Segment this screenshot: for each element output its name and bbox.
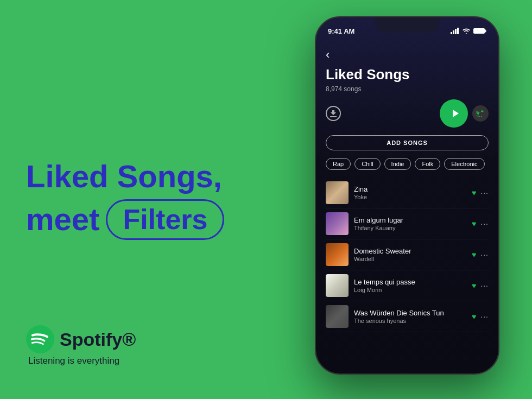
- song-info-2: Em algum lugar Thifany Kauany: [354, 216, 466, 231]
- filter-electronic[interactable]: Electronic: [444, 158, 484, 170]
- more-icon-4[interactable]: ···: [480, 281, 489, 290]
- svg-rect-5: [473, 28, 485, 34]
- controls-row: [326, 99, 489, 128]
- song-title-2: Em algum lugar: [354, 216, 466, 224]
- spotify-logo-row: Spotify®: [26, 325, 136, 353]
- song-artwork-2: [326, 212, 349, 235]
- song-title-1: Zina: [354, 185, 466, 193]
- song-artist-1: Yoke: [354, 194, 466, 200]
- back-button[interactable]: ‹: [326, 48, 489, 62]
- filter-chill[interactable]: Chill: [354, 158, 380, 170]
- status-time: 9:41 AM: [328, 24, 354, 35]
- wifi-icon: [462, 28, 471, 34]
- heart-icon-3[interactable]: ♥: [472, 250, 476, 259]
- song-actions-1: ♥ ···: [472, 188, 489, 197]
- song-actions-5: ♥ ···: [472, 312, 489, 321]
- svg-rect-3: [455, 29, 457, 34]
- song-actions-2: ♥ ···: [472, 219, 489, 228]
- shuffle-button[interactable]: [472, 105, 489, 122]
- song-item[interactable]: Le temps qui passe Loig Morin ♥ ···: [326, 270, 489, 301]
- liked-songs-title: Liked Songs: [326, 66, 489, 83]
- song-title-4: Le temps qui passe: [354, 278, 466, 286]
- download-button[interactable]: [326, 106, 341, 121]
- phone-notch: [375, 17, 440, 33]
- song-title-5: Was Würden Die Sonics Tun: [354, 309, 466, 317]
- phone-outer: 9:41 AM: [315, 16, 499, 375]
- song-info-4: Le temps qui passe Loig Morin: [354, 278, 466, 293]
- song-count: 8,974 songs: [326, 85, 489, 93]
- song-info-3: Domestic Sweater Wardell: [354, 247, 466, 262]
- song-info-1: Zina Yoke: [354, 185, 466, 200]
- svg-marker-8: [453, 110, 459, 117]
- song-artwork-5: [326, 305, 349, 328]
- more-icon-1[interactable]: ···: [480, 188, 489, 197]
- song-artist-5: The serious hyenas: [354, 318, 466, 324]
- song-artist-3: Wardell: [354, 256, 466, 262]
- heart-icon-1[interactable]: ♥: [472, 188, 476, 197]
- play-button[interactable]: [440, 99, 468, 128]
- song-item[interactable]: Zina Yoke ♥ ···: [326, 178, 489, 208]
- filters-row: Rap Chill Indie Folk Electronic H: [326, 158, 489, 170]
- meet-text: meet: [26, 202, 99, 237]
- song-artwork-4: [326, 274, 349, 297]
- heart-icon-5[interactable]: ♥: [472, 312, 476, 321]
- svg-rect-2: [453, 30, 454, 34]
- headline-line1: Liked Songs,: [26, 159, 243, 194]
- status-icons: [451, 24, 486, 34]
- download-icon: [330, 110, 337, 117]
- screen-content: ‹ Liked Songs 8,974 songs: [316, 41, 498, 373]
- song-info-5: Was Würden Die Sonics Tun The serious hy…: [354, 309, 466, 324]
- svg-rect-1: [451, 32, 452, 34]
- filter-rap[interactable]: Rap: [326, 158, 351, 170]
- spotify-icon: [26, 325, 54, 353]
- headline-line2-row: meet Filters: [26, 199, 243, 240]
- shuffle-icon: [476, 110, 485, 117]
- battery-icon: [473, 28, 486, 34]
- spotify-name: Spotify®: [60, 329, 136, 350]
- song-item[interactable]: Domestic Sweater Wardell ♥ ···: [326, 239, 489, 270]
- song-actions-4: ♥ ···: [472, 281, 489, 290]
- svg-rect-7: [330, 116, 337, 117]
- song-artwork-1: [326, 181, 349, 204]
- song-item[interactable]: Em algum lugar Thifany Kauany ♥ ···: [326, 208, 489, 239]
- more-icon-3[interactable]: ···: [480, 250, 489, 259]
- filter-indie[interactable]: Indie: [384, 158, 411, 170]
- song-artwork-3: [326, 243, 349, 266]
- signal-icon: [451, 28, 459, 34]
- play-icon: [450, 109, 460, 118]
- song-item[interactable]: Was Würden Die Sonics Tun The serious hy…: [326, 301, 489, 332]
- filter-folk[interactable]: Folk: [415, 158, 440, 170]
- spotify-branding: Spotify® Listening is everything: [26, 325, 136, 366]
- more-icon-5[interactable]: ···: [480, 312, 489, 321]
- song-artist-4: Loig Morin: [354, 287, 466, 293]
- filters-pill: Filters: [106, 199, 224, 240]
- phone-container: 9:41 AM: [293, 16, 521, 385]
- more-icon-2[interactable]: ···: [480, 219, 489, 228]
- song-artist-2: Thifany Kauany: [354, 225, 466, 231]
- svg-rect-6: [485, 30, 486, 33]
- song-title-3: Domestic Sweater: [354, 247, 466, 255]
- add-songs-button[interactable]: ADD SONGS: [326, 135, 489, 150]
- svg-rect-4: [457, 28, 459, 34]
- song-actions-3: ♥ ···: [472, 250, 489, 259]
- spotify-tagline: Listening is everything: [28, 356, 136, 366]
- phone-screen: 9:41 AM: [316, 17, 498, 373]
- play-shuffle-group: [440, 99, 489, 128]
- heart-icon-4[interactable]: ♥: [472, 281, 476, 290]
- song-list: Zina Yoke ♥ ··· Em algum lugar Thifany K…: [326, 178, 489, 332]
- heart-icon-2[interactable]: ♥: [472, 219, 476, 228]
